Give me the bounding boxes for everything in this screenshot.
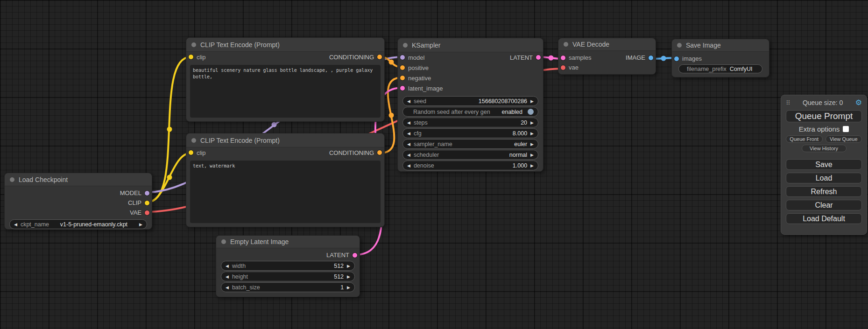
node-title: CLIP Text Encode (Prompt) — [200, 41, 280, 49]
prompt-textarea[interactable]: text, watermark — [190, 161, 381, 223]
decrement-arrow-icon[interactable]: ◀ — [407, 163, 410, 168]
clip-slot-dot[interactable] — [189, 150, 193, 155]
slot-negative-input[interactable]: negative — [400, 75, 431, 82]
clip-slot-dot[interactable] — [189, 55, 193, 59]
drag-handle-icon[interactable]: ⠿ — [786, 99, 790, 106]
widget-width[interactable]: ◀ width 512 ▶ — [221, 261, 355, 271]
clear-button[interactable]: Clear — [786, 200, 862, 210]
node-load-checkpoint[interactable]: Load Checkpoint MODEL CLIP VAE ◀ ckpt_na… — [4, 173, 152, 230]
node-ksampler[interactable]: KSampler model LATENT positive negative — [397, 38, 543, 172]
increment-arrow-icon[interactable]: ▶ — [347, 285, 350, 290]
latent-slot-dot[interactable] — [400, 86, 405, 91]
prompt-textarea[interactable]: beautiful scenery nature glass bottle la… — [190, 65, 381, 118]
save-button[interactable]: Save — [786, 159, 862, 170]
node-vae-decode[interactable]: VAE Decode samples IMAGE vae — [558, 38, 656, 75]
conditioning-slot-dot[interactable] — [400, 76, 405, 80]
collapse-dot[interactable] — [221, 239, 226, 244]
decrement-arrow-icon[interactable]: ◀ — [407, 142, 410, 147]
slot-samples-input[interactable]: samples — [561, 54, 591, 61]
collapse-dot[interactable] — [403, 43, 408, 48]
view-history-button[interactable]: View History — [802, 145, 847, 152]
clip-slot-dot[interactable] — [145, 201, 149, 205]
increment-arrow-icon[interactable]: ▶ — [530, 99, 534, 104]
increment-arrow-icon[interactable]: ▶ — [530, 120, 534, 125]
slot-latent-output[interactable]: LATENT — [510, 54, 541, 61]
increment-arrow-icon[interactable]: ▶ — [530, 131, 534, 136]
widget-ckpt-name[interactable]: ◀ ckpt_name v1-5-pruned-emaonly.ckpt ▶ — [9, 219, 147, 229]
decrement-arrow-icon[interactable]: ◀ — [14, 222, 17, 227]
queue-front-button[interactable]: Queue Front — [786, 135, 823, 143]
increment-arrow-icon[interactable]: ▶ — [530, 163, 534, 168]
increment-arrow-icon[interactable]: ▶ — [347, 274, 350, 279]
model-slot-dot[interactable] — [400, 55, 405, 60]
node-canvas[interactable]: CLIP Text Encode (Prompt) clip CONDITION… — [0, 0, 868, 329]
decrement-arrow-icon[interactable]: ◀ — [407, 131, 410, 136]
latent-slot-dot[interactable] — [561, 56, 565, 60]
decrement-arrow-icon[interactable]: ◀ — [407, 120, 410, 125]
node-clip-text-encode-positive[interactable]: CLIP Text Encode (Prompt) clip CONDITION… — [186, 37, 385, 122]
slot-clip-input[interactable]: clip — [189, 149, 206, 156]
widget-scheduler[interactable]: ◀ scheduler normal ▶ — [402, 150, 538, 160]
queue-prompt-button[interactable]: Queue Prompt — [786, 110, 862, 122]
increment-arrow-icon[interactable]: ▶ — [347, 264, 350, 268]
model-slot-dot[interactable] — [145, 191, 149, 196]
node-save-image[interactable]: Save Image images filename_prefix ComfyU… — [671, 39, 769, 77]
image-slot-dot[interactable] — [674, 56, 679, 61]
settings-gear-icon[interactable]: ⚙ — [855, 99, 862, 106]
node-title: Empty Latent Image — [230, 238, 289, 245]
increment-arrow-icon[interactable]: ▶ — [530, 153, 534, 157]
widget-height[interactable]: ◀ height 512 ▶ — [221, 272, 355, 281]
node-clip-text-encode-negative[interactable]: CLIP Text Encode (Prompt) clip CONDITION… — [186, 133, 385, 227]
slot-vae-input[interactable]: vae — [561, 64, 579, 71]
slot-latent-output[interactable]: LATENT — [326, 252, 357, 259]
decrement-arrow-icon[interactable]: ◀ — [226, 274, 229, 279]
widget-cfg[interactable]: ◀ cfg 8.000 ▶ — [402, 128, 538, 138]
conditioning-slot-dot[interactable] — [377, 55, 382, 59]
widget-sampler-name[interactable]: ◀ sampler_name euler ▶ — [402, 139, 538, 149]
collapse-dot[interactable] — [191, 42, 196, 47]
slot-clip-input[interactable]: clip — [189, 54, 206, 61]
latent-slot-dot[interactable] — [353, 253, 357, 258]
slot-vae-output[interactable]: VAE — [130, 209, 149, 216]
slot-image-output[interactable]: IMAGE — [626, 54, 653, 61]
vae-slot-dot[interactable] — [145, 210, 149, 215]
load-default-button[interactable]: Load Default — [786, 213, 862, 224]
node-title: Load Checkpoint — [19, 176, 68, 183]
slot-positive-input[interactable]: positive — [400, 64, 429, 71]
slot-conditioning-output[interactable]: CONDITIONING — [329, 149, 382, 156]
view-queue-button[interactable]: View Queue — [826, 135, 862, 143]
image-slot-dot[interactable] — [649, 56, 653, 60]
load-button[interactable]: Load — [786, 173, 862, 183]
decrement-arrow-icon[interactable]: ◀ — [407, 153, 410, 157]
decrement-arrow-icon[interactable]: ◀ — [226, 285, 229, 290]
node-empty-latent-image[interactable]: Empty Latent Image LATENT ◀ width 512 ▶ … — [216, 235, 360, 297]
collapse-dot[interactable] — [191, 138, 196, 143]
increment-arrow-icon[interactable]: ▶ — [530, 142, 534, 147]
widget-batch-size[interactable]: ◀ batch_size 1 ▶ — [221, 282, 355, 292]
slot-model-input[interactable]: model — [400, 54, 424, 61]
refresh-button[interactable]: Refresh — [786, 186, 862, 197]
widget-random-seed-toggle[interactable]: Random seed after every gen enabled — [402, 107, 538, 117]
slot-clip-output[interactable]: CLIP — [128, 199, 149, 206]
collapse-dot[interactable] — [677, 43, 682, 48]
slot-conditioning-output[interactable]: CONDITIONING — [329, 54, 382, 61]
collapse-dot[interactable] — [10, 177, 14, 182]
conditioning-slot-dot[interactable] — [377, 150, 382, 155]
decrement-arrow-icon[interactable]: ◀ — [407, 99, 410, 104]
latent-slot-dot[interactable] — [536, 55, 541, 60]
slot-model-output[interactable]: MODEL — [120, 189, 149, 196]
slot-images-input[interactable]: images — [674, 55, 702, 62]
toggle-indicator[interactable] — [528, 109, 534, 115]
slot-latent-image-input[interactable]: latent_image — [400, 85, 443, 92]
increment-arrow-icon[interactable]: ▶ — [139, 222, 142, 227]
collapse-dot[interactable] — [564, 42, 568, 47]
node-title: KSampler — [412, 42, 440, 49]
widget-denoise[interactable]: ◀ denoise 1.000 ▶ — [402, 161, 538, 170]
decrement-arrow-icon[interactable]: ◀ — [226, 264, 229, 268]
extra-options-checkbox[interactable] — [843, 126, 849, 132]
widget-steps[interactable]: ◀ steps 20 ▶ — [402, 118, 538, 127]
vae-slot-dot[interactable] — [561, 65, 565, 70]
widget-seed[interactable]: ◀ seed 156680208700286 ▶ — [402, 96, 538, 106]
conditioning-slot-dot[interactable] — [400, 65, 405, 70]
widget-filename-prefix[interactable]: filename_prefix ComfyUI — [678, 64, 762, 73]
